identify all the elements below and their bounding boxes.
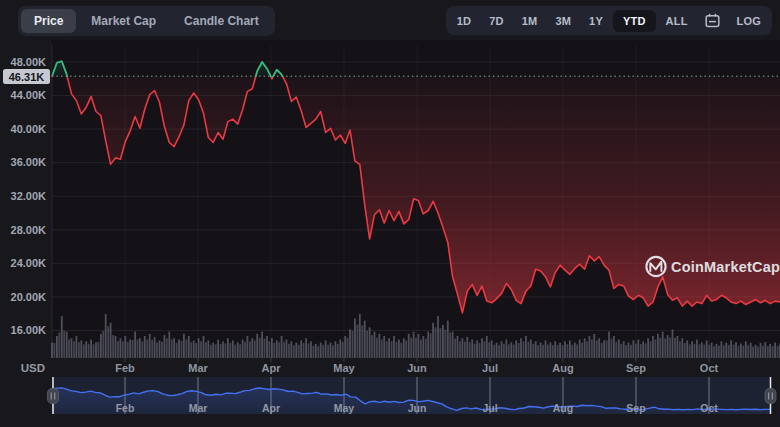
volume-bar [164, 335, 166, 358]
volume-bar [706, 340, 708, 358]
x-axis-label: Oct [700, 362, 719, 374]
volume-bar [418, 334, 420, 358]
volume-bar [708, 345, 710, 358]
volume-bar [635, 344, 637, 358]
navigator-month-label: Jun [408, 402, 427, 414]
tab-price[interactable]: Price [21, 9, 76, 33]
navigator[interactable]: FebMarAprMayJunJulAugSepOct [48, 377, 777, 414]
x-axis-labels: FebMarAprMayJunJulAugSepOct [115, 358, 718, 374]
volume-bar [452, 332, 454, 358]
volume-bar [286, 340, 288, 359]
volume-bar [493, 345, 495, 358]
range-button-1y[interactable]: 1Y [581, 10, 611, 32]
volume-bar [359, 314, 361, 358]
range-button-7d[interactable]: 7D [481, 10, 511, 32]
volume-bar [628, 343, 630, 358]
volume-bar [550, 342, 552, 358]
volume-bar [281, 336, 283, 358]
volume-bar [606, 340, 608, 358]
volume-bar [589, 336, 591, 358]
range-button-all[interactable]: ALL [658, 10, 696, 32]
volume-bar [764, 342, 766, 358]
volume-bar [134, 332, 136, 358]
volume-bar [83, 344, 85, 358]
volume-bar [242, 340, 244, 359]
volume-bar [379, 334, 381, 358]
volume-bar [276, 340, 278, 358]
volume-bar [740, 344, 742, 359]
volume-bar [330, 343, 332, 358]
volume-bar [459, 341, 461, 358]
navigator-month-label: Mar [189, 402, 208, 414]
volume-bar [449, 333, 451, 359]
volume-bar [51, 343, 53, 358]
range-button-ytd[interactable]: YTD [613, 10, 656, 32]
price-chart[interactable]: 46.31K 48.00K44.00K40.00K36.00K32.00K28.… [0, 0, 780, 427]
volume-bar [508, 344, 510, 358]
navigator-month-label: May [334, 402, 355, 414]
time-range-toolbar: 1D 7D 1M 3M 1Y YTD ALL LOG [446, 6, 772, 35]
volume-bar [112, 335, 114, 358]
watermark-label: CoinMarketCap [671, 259, 780, 275]
chart-type-tabs: Price Market Cap Candle Chart [18, 6, 275, 36]
volume-bar [151, 340, 153, 358]
volume-bar [295, 343, 297, 358]
volume-bar [694, 344, 696, 358]
volume-bar [105, 314, 107, 358]
volume-bar [777, 346, 779, 358]
volume-bar [291, 341, 293, 358]
volume-bar [430, 333, 432, 358]
volume-bar [684, 343, 686, 358]
y-axis-label: 48.00K [11, 56, 47, 68]
volume-bar [677, 336, 679, 358]
volume-bar [623, 341, 625, 358]
volume-bar [769, 344, 771, 358]
volume-bar [129, 340, 131, 359]
volume-bar [273, 343, 275, 358]
volume-bar [76, 336, 78, 358]
volume-bar [691, 341, 693, 358]
volume-bar [120, 338, 122, 358]
volume-bar [186, 340, 188, 359]
volume-bar [159, 340, 161, 358]
volume-bar [747, 345, 749, 358]
volume-bar [154, 337, 156, 358]
volume-bar [393, 336, 395, 358]
volume-bar [686, 340, 688, 358]
volume-bar [405, 340, 407, 358]
volume-bar [190, 342, 192, 358]
tab-candle-chart[interactable]: Candle Chart [171, 9, 272, 33]
volume-bar [369, 327, 371, 358]
volume-bar [440, 328, 442, 358]
range-button-1m[interactable]: 1M [514, 10, 546, 32]
volume-bar [422, 336, 424, 358]
volume-bar [183, 334, 185, 358]
volume-bar [554, 341, 556, 358]
volume-bar [132, 340, 134, 358]
volume-bar [239, 344, 241, 358]
tab-market-cap[interactable]: Market Cap [78, 9, 169, 33]
range-button-1d[interactable]: 1D [449, 10, 479, 32]
volume-bar [432, 323, 434, 358]
volume-bar [603, 340, 605, 358]
volume-bar [667, 335, 669, 358]
range-button-3m[interactable]: 3M [547, 10, 579, 32]
volume-bar [642, 341, 644, 358]
volume-bar [102, 331, 104, 358]
volume-bar [78, 342, 80, 358]
volume-bar [491, 340, 493, 358]
volume-bar [681, 338, 683, 358]
calendar-icon[interactable] [698, 9, 727, 32]
volume-bar [166, 338, 168, 358]
volume-bar [540, 343, 542, 358]
log-scale-button[interactable]: LOG [729, 10, 769, 32]
volume-bar [181, 341, 183, 358]
volume-bar [364, 321, 366, 358]
volume-bar [244, 342, 246, 358]
volume-bar [335, 341, 337, 358]
volume-bar [266, 336, 268, 358]
volume-bar [571, 345, 573, 358]
volume-bar [733, 345, 735, 358]
volume-bar [198, 338, 200, 358]
volume-bar [61, 316, 63, 358]
